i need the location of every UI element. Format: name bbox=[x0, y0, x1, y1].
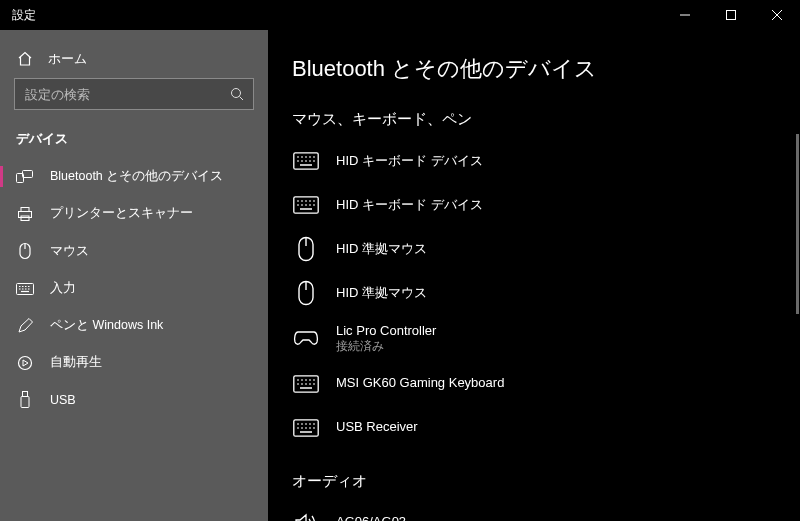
sidebar: ホーム デバイス Bluetooth とその他のデバイス bbox=[0, 30, 268, 521]
svg-line-5 bbox=[240, 97, 244, 101]
search-icon bbox=[221, 87, 253, 101]
device-list: AG06/AG03 bbox=[292, 501, 800, 521]
device-name: HID 準拠マウス bbox=[336, 241, 427, 258]
device-group-title: マウス、キーボード、ペン bbox=[292, 110, 800, 129]
device-item[interactable]: HID 準拠マウス bbox=[292, 227, 800, 271]
sidebar-item-label: プリンターとスキャナー bbox=[50, 205, 193, 222]
minimize-button[interactable] bbox=[662, 0, 708, 30]
keyboard-icon bbox=[292, 375, 320, 393]
device-item[interactable]: AG06/AG03 bbox=[292, 501, 800, 521]
sidebar-item-label: マウス bbox=[50, 243, 89, 260]
page-title: Bluetooth とその他のデバイス bbox=[292, 54, 800, 84]
sidebar-item-bluetooth[interactable]: Bluetooth とその他のデバイス bbox=[0, 158, 268, 195]
device-list: HID キーボード デバイス HID キーボード デバイス HID 準拠マウス … bbox=[292, 139, 800, 450]
sidebar-item-label: 入力 bbox=[50, 280, 76, 297]
device-item[interactable]: Lic Pro Controller 接続済み bbox=[292, 315, 800, 362]
sidebar-item-label: 自動再生 bbox=[50, 354, 102, 371]
sidebar-section-label: デバイス bbox=[0, 126, 268, 158]
main-content: Bluetooth とその他のデバイス マウス、キーボード、ペン HID キーボ… bbox=[268, 30, 800, 521]
autoplay-icon bbox=[16, 355, 34, 371]
device-name: HID 準拠マウス bbox=[336, 285, 427, 302]
device-item[interactable]: MSI GK60 Gaming Keyboard bbox=[292, 362, 800, 406]
sidebar-item-label: USB bbox=[50, 393, 76, 407]
printer-icon bbox=[16, 206, 34, 222]
device-name: AG06/AG03 bbox=[336, 514, 406, 521]
maximize-button[interactable] bbox=[708, 0, 754, 30]
sidebar-item-label: Bluetooth とその他のデバイス bbox=[50, 168, 223, 185]
usb-icon bbox=[16, 391, 34, 409]
device-item[interactable]: HID キーボード デバイス bbox=[292, 183, 800, 227]
sidebar-item-usb[interactable]: USB bbox=[0, 381, 268, 419]
device-name: USB Receiver bbox=[336, 419, 418, 436]
keyboard-icon bbox=[292, 196, 320, 214]
mouse-icon bbox=[16, 242, 34, 260]
titlebar: 設定 bbox=[0, 0, 800, 30]
scrollbar[interactable] bbox=[796, 134, 799, 314]
home-icon bbox=[16, 51, 34, 67]
search-box[interactable] bbox=[14, 78, 254, 110]
pen-icon bbox=[16, 318, 34, 334]
gamepad-icon bbox=[292, 329, 320, 347]
device-name: HID キーボード デバイス bbox=[336, 197, 483, 214]
svg-rect-19 bbox=[21, 397, 29, 408]
svg-rect-18 bbox=[23, 392, 28, 397]
device-name: MSI GK60 Gaming Keyboard bbox=[336, 375, 504, 392]
keyboard-icon bbox=[292, 419, 320, 437]
sidebar-item-label: ペンと Windows Ink bbox=[50, 317, 163, 334]
device-item[interactable]: USB Receiver bbox=[292, 406, 800, 450]
device-name: Lic Pro Controller bbox=[336, 323, 436, 340]
keyboard-icon bbox=[16, 283, 34, 295]
sidebar-item-pen[interactable]: ペンと Windows Ink bbox=[0, 307, 268, 344]
window-title: 設定 bbox=[0, 7, 662, 24]
device-group-title: オーディオ bbox=[292, 472, 800, 491]
keyboard-icon bbox=[292, 152, 320, 170]
svg-rect-10 bbox=[21, 216, 29, 221]
search-input[interactable] bbox=[15, 87, 221, 102]
mouse-icon bbox=[292, 236, 320, 262]
device-item[interactable]: HID キーボード デバイス bbox=[292, 139, 800, 183]
sidebar-item-printers[interactable]: プリンターとスキャナー bbox=[0, 195, 268, 232]
speaker-icon bbox=[292, 513, 320, 521]
mouse-icon bbox=[292, 280, 320, 306]
device-item[interactable]: HID 準拠マウス bbox=[292, 271, 800, 315]
svg-point-4 bbox=[232, 89, 241, 98]
sidebar-item-typing[interactable]: 入力 bbox=[0, 270, 268, 307]
sidebar-item-autoplay[interactable]: 自動再生 bbox=[0, 344, 268, 381]
bluetooth-devices-icon bbox=[16, 169, 34, 185]
svg-rect-9 bbox=[19, 211, 32, 217]
svg-rect-1 bbox=[727, 11, 736, 20]
home-link[interactable]: ホーム bbox=[0, 42, 268, 78]
svg-rect-8 bbox=[21, 207, 29, 211]
svg-point-17 bbox=[19, 356, 32, 369]
sidebar-item-mouse[interactable]: マウス bbox=[0, 232, 268, 270]
home-label: ホーム bbox=[48, 50, 87, 68]
nav-list: Bluetooth とその他のデバイス プリンターとスキャナー マウス 入力 bbox=[0, 158, 268, 419]
device-status: 接続済み bbox=[336, 340, 436, 354]
close-button[interactable] bbox=[754, 0, 800, 30]
device-name: HID キーボード デバイス bbox=[336, 153, 483, 170]
